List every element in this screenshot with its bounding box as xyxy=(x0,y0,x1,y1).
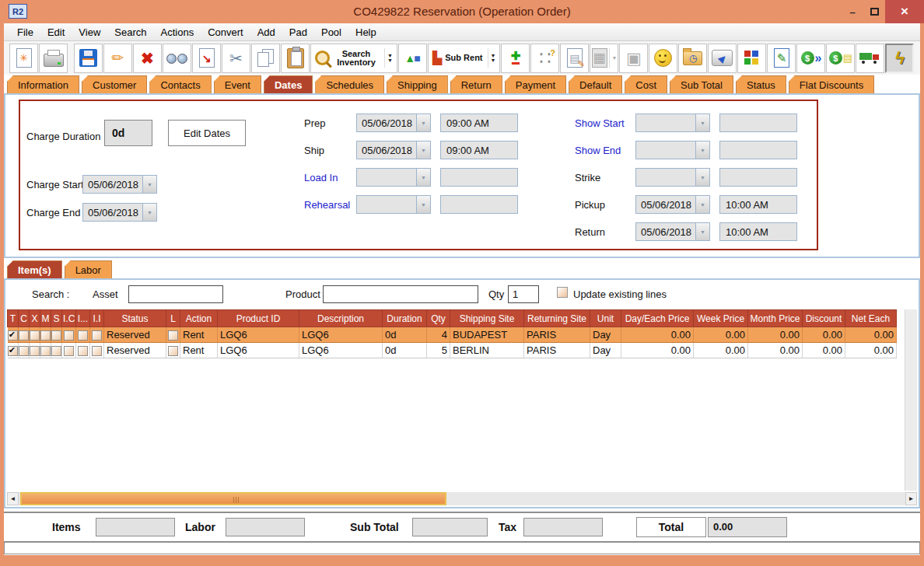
new-button[interactable]: ✳ xyxy=(9,44,38,73)
cut-button[interactable]: ✂ xyxy=(222,44,250,73)
checkbox-i[interactable] xyxy=(78,330,88,341)
column-header[interactable]: Day/Each Price xyxy=(621,310,694,327)
menu-item[interactable]: Edit xyxy=(40,25,72,40)
tab[interactable]: Schedules xyxy=(315,75,384,93)
column-header[interactable]: Duration xyxy=(383,310,427,327)
folder-history-button[interactable]: ◷ xyxy=(678,44,707,73)
dropdown-arrow-icon[interactable]: ▼ xyxy=(695,142,709,159)
prep-time-field[interactable]: 09:00 AM xyxy=(440,114,518,132)
sub-rent-button[interactable]: ▙ Sub Rent ▼▼ xyxy=(428,44,501,73)
tab[interactable]: Labor xyxy=(65,260,112,278)
ship-time-field[interactable]: 09:00 AM xyxy=(440,141,518,159)
column-header[interactable]: Net Each xyxy=(845,310,897,327)
column-header[interactable]: Month Price xyxy=(748,310,803,327)
dropdown-arrow-icon[interactable]: ▼ xyxy=(695,223,709,240)
checkbox-s[interactable] xyxy=(51,346,61,356)
menu-item[interactable]: Help xyxy=(348,25,383,40)
tab[interactable]: Sub Total xyxy=(670,75,733,93)
return-time-field[interactable]: 10:00 AM xyxy=(719,222,797,241)
checkbox-ic[interactable] xyxy=(64,346,74,356)
delivery-button[interactable] xyxy=(856,44,884,73)
column-header[interactable]: Description xyxy=(299,310,383,327)
tab[interactable]: Default xyxy=(569,75,622,93)
dropdown-arrow-icon[interactable]: ▼ xyxy=(142,204,156,221)
column-header[interactable]: Action xyxy=(180,310,218,327)
column-header[interactable]: Status xyxy=(104,310,166,327)
scroll-left-icon[interactable]: ◄ xyxy=(7,492,19,505)
column-header[interactable]: M xyxy=(40,310,51,327)
column-header[interactable]: Discount xyxy=(803,310,845,327)
checkbox-i[interactable] xyxy=(78,346,88,356)
show-end-time-field[interactable] xyxy=(719,141,797,159)
checkbox-c[interactable] xyxy=(19,330,29,341)
menu-item[interactable]: Actions xyxy=(154,25,201,40)
edit-dates-button[interactable]: Edit Dates xyxy=(168,120,246,146)
checkbox-ic[interactable] xyxy=(64,330,74,341)
lightning-button[interactable]: ϟ xyxy=(885,44,914,73)
scroll-right-icon[interactable]: ► xyxy=(905,492,917,505)
edit-document-button[interactable]: ✎ xyxy=(767,44,796,73)
table-row[interactable]: Reserved Rent LGQ6 LGQ6 0d 5 BERLIN PARI… xyxy=(8,343,897,358)
checkbox-s[interactable] xyxy=(51,330,61,341)
checkbox-ii[interactable] xyxy=(92,346,102,356)
rehearsal-time-field[interactable] xyxy=(440,195,518,214)
rehearsal-date-combo[interactable]: ▼ xyxy=(356,195,431,214)
print-button[interactable] xyxy=(39,44,68,73)
column-header[interactable]: Returning Site xyxy=(524,310,590,327)
dropdown-arrow-icon[interactable]: ▼ xyxy=(416,196,430,213)
show-end-date-combo[interactable]: ▼ xyxy=(635,141,710,159)
tab[interactable]: Shipping xyxy=(387,75,448,93)
launch-button[interactable]: ▶ xyxy=(708,44,737,73)
update-existing-lines-checkbox[interactable] xyxy=(557,287,568,298)
menu-item[interactable]: Pool xyxy=(314,25,348,40)
tab[interactable]: Payment xyxy=(505,75,566,93)
ship-date-combo[interactable]: 05/06/2018▼ xyxy=(356,141,431,159)
memo-button[interactable]: ▤✎ xyxy=(560,44,589,73)
save-button[interactable] xyxy=(74,44,103,73)
cubes-button[interactable] xyxy=(737,44,766,73)
checkbox-ii[interactable] xyxy=(92,330,102,341)
sub-rent-dropdown[interactable]: ▼▼ xyxy=(488,48,496,68)
payment-button[interactable]: $» xyxy=(796,44,825,73)
horizontal-scrollbar[interactable]: ◄ ► xyxy=(7,492,917,505)
dropdown-arrow-icon[interactable]: ▼ xyxy=(695,169,709,186)
return-date-combo[interactable]: 05/06/2018▼ xyxy=(635,222,710,241)
charge-start-date-combo[interactable]: 05/06/2018 ▼ xyxy=(82,175,157,194)
maximize-button[interactable] xyxy=(863,0,885,23)
column-header[interactable]: Shipping Site xyxy=(450,310,524,327)
checkbox-l[interactable] xyxy=(168,346,178,356)
qty-input[interactable]: 1 xyxy=(508,285,539,303)
minimize-button[interactable]: – xyxy=(842,0,863,23)
copy-to-button[interactable]: ↘ xyxy=(192,44,221,73)
add-remove-button[interactable]: ✚▬ xyxy=(501,44,530,73)
asset-input[interactable] xyxy=(128,285,223,303)
dropdown-arrow-icon[interactable]: ▼ xyxy=(142,176,156,193)
table-row[interactable]: Reserved Rent LGQ6 LGQ6 0d 4 BUDAPEST PA… xyxy=(8,327,897,343)
menu-item[interactable]: View xyxy=(72,25,107,40)
tab[interactable]: Status xyxy=(736,75,786,93)
column-header[interactable]: Week Price xyxy=(694,310,748,327)
checkbox-x[interactable] xyxy=(30,346,40,356)
column-header[interactable]: X xyxy=(30,310,40,327)
checkbox-c[interactable] xyxy=(19,346,29,356)
column-header[interactable]: T xyxy=(8,310,19,327)
tab[interactable]: Cost xyxy=(625,75,667,93)
show-end-link[interactable]: Show End xyxy=(575,145,621,156)
checkbox-t[interactable] xyxy=(8,346,18,356)
find-button[interactable] xyxy=(163,44,191,73)
tab[interactable]: Item(s) xyxy=(7,260,62,278)
load-in-time-field[interactable] xyxy=(440,168,518,187)
strike-date-combo[interactable]: ▼ xyxy=(635,168,710,187)
copy-button[interactable] xyxy=(251,44,280,73)
smiley-button[interactable] xyxy=(649,44,677,73)
tab[interactable]: Contacts xyxy=(149,75,211,93)
strike-time-field[interactable] xyxy=(719,168,797,187)
load-in-date-combo[interactable]: ▼ xyxy=(356,168,431,187)
tab[interactable]: Information xyxy=(7,75,79,93)
show-start-time-field[interactable] xyxy=(719,114,797,132)
tab[interactable]: Flat Discounts xyxy=(789,75,874,93)
product-input[interactable] xyxy=(323,285,478,303)
search-inventory-button[interactable]: Search Inventory ▼▼ xyxy=(310,44,397,73)
menu-item[interactable]: File xyxy=(10,25,40,40)
vertical-scrollbar[interactable] xyxy=(905,309,917,491)
